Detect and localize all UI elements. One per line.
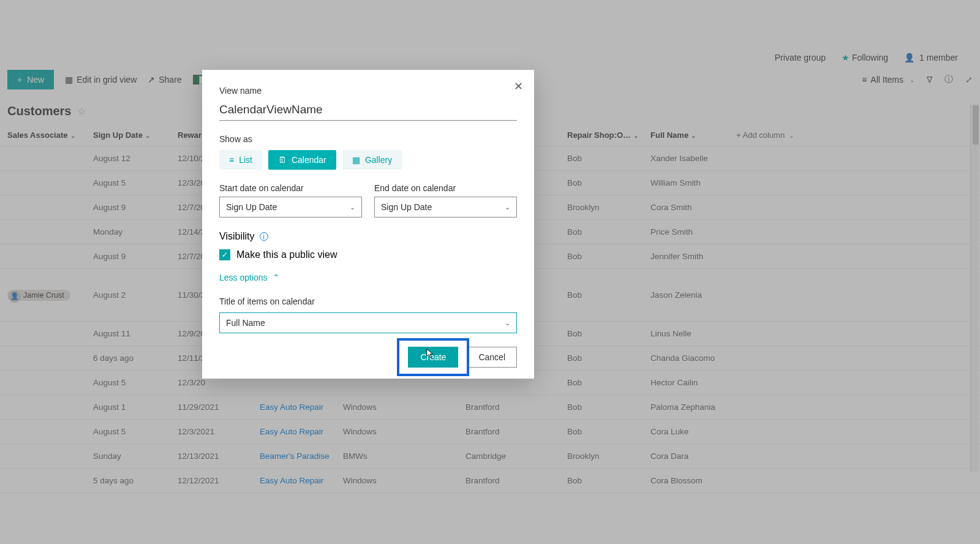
start-date-select[interactable]: Sign Up Date ⌄ xyxy=(219,197,362,217)
show-as-gallery[interactable]: ▦ Gallery xyxy=(342,150,402,170)
title-items-label: Title of items on calendar xyxy=(219,297,517,306)
show-as-label: Show as xyxy=(219,134,517,144)
show-as-gallery-label: Gallery xyxy=(365,155,392,165)
create-button[interactable]: Create xyxy=(408,347,458,368)
visibility-label: Visibility xyxy=(219,231,255,242)
chevron-down-icon: ⌄ xyxy=(505,203,510,211)
calendar-icon: 🗓 xyxy=(278,155,287,165)
chevron-up-icon: ⌃ xyxy=(273,273,280,282)
less-options-label: Less options xyxy=(219,273,268,282)
chevron-down-icon: ⌄ xyxy=(505,319,510,327)
view-name-input[interactable] xyxy=(219,102,517,121)
show-as-calendar[interactable]: 🗓 Calendar xyxy=(268,150,336,170)
show-as-calendar-label: Calendar xyxy=(292,155,326,165)
less-options-toggle[interactable]: Less options ⌃ xyxy=(219,273,280,282)
end-date-select[interactable]: Sign Up Date ⌄ xyxy=(374,197,517,217)
list-icon: ≡ xyxy=(229,155,234,165)
create-view-dialog: ✕ View name Show as ≡ List 🗓 Calendar ▦ … xyxy=(202,70,534,379)
show-as-list[interactable]: ≡ List xyxy=(219,150,262,170)
cursor-icon xyxy=(425,348,436,359)
start-date-label: Start date on calendar xyxy=(219,183,362,193)
start-date-value: Sign Up Date xyxy=(226,202,277,212)
view-name-label: View name xyxy=(219,86,517,96)
close-icon[interactable]: ✕ xyxy=(514,80,523,93)
chevron-down-icon: ⌄ xyxy=(350,203,355,211)
end-date-value: Sign Up Date xyxy=(381,202,432,212)
page-root: Private group ★ Following 👤 1 member + N… xyxy=(0,0,980,544)
show-as-list-label: List xyxy=(239,155,252,165)
title-items-value: Full Name xyxy=(226,318,265,328)
end-date-label: End date on calendar xyxy=(374,183,517,193)
info-icon[interactable]: i xyxy=(260,232,268,241)
public-view-checkbox[interactable]: ✓ xyxy=(219,249,230,260)
public-view-label: Make this a public view xyxy=(236,249,337,260)
title-items-select[interactable]: Full Name ⌄ xyxy=(219,312,517,333)
gallery-icon: ▦ xyxy=(352,155,360,165)
show-as-group: ≡ List 🗓 Calendar ▦ Gallery xyxy=(219,150,517,170)
cancel-button[interactable]: Cancel xyxy=(467,347,517,368)
